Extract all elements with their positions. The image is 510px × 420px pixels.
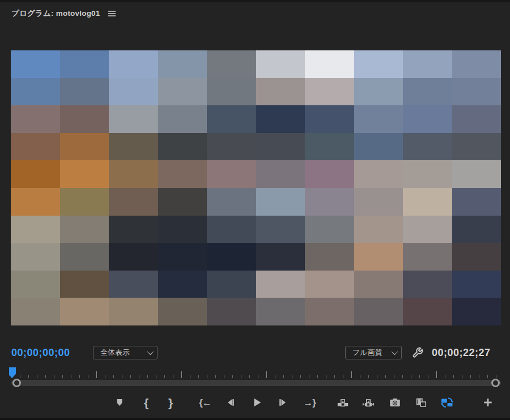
duration-timecode: 00;00;22;27: [432, 347, 491, 359]
mosaic-cell: [11, 188, 60, 216]
chevron-down-icon: [392, 349, 398, 355]
panel-top-edge: [0, 0, 510, 2]
mosaic-cell: [60, 78, 109, 106]
mosaic-cell: [354, 78, 403, 106]
playback-quality-dropdown[interactable]: フル画質: [345, 346, 402, 359]
mosaic-cell: [158, 298, 207, 325]
ruler-major-tick: [181, 371, 182, 378]
export-frame-button[interactable]: [386, 393, 404, 412]
mosaic-cell: [11, 216, 60, 243]
mosaic-cell: [109, 50, 158, 78]
step-back-button[interactable]: [222, 393, 240, 412]
mosaic-cell: [403, 105, 452, 133]
lift-button[interactable]: [334, 393, 352, 412]
panel-menu-icon[interactable]: [108, 11, 116, 16]
mosaic-cell: [256, 271, 305, 298]
play-icon: [250, 396, 263, 409]
mosaic-cell: [11, 271, 60, 298]
mosaic-cell: [305, 243, 354, 271]
mosaic-cell: [158, 188, 207, 216]
mosaic-cell: [256, 188, 305, 216]
mosaic-cell: [256, 243, 305, 271]
mosaic-cell: [354, 188, 403, 216]
comparison-view-button[interactable]: [412, 393, 430, 412]
panel-title: プログラム: motovlog01: [11, 8, 100, 19]
mosaic-cell: [60, 50, 109, 78]
mosaic-cell: [305, 298, 354, 325]
mosaic-cell: [256, 133, 305, 161]
zoom-level-dropdown[interactable]: 全体表示: [93, 346, 158, 359]
mosaic-cell: [11, 50, 60, 78]
mosaic-cell: [109, 105, 158, 133]
mosaic-cell: [305, 50, 354, 78]
mosaic-cell: [158, 105, 207, 133]
play-button[interactable]: [248, 393, 266, 412]
mosaic-cell: [256, 78, 305, 106]
ruler-major-tick: [351, 371, 352, 378]
mosaic-cell: [207, 216, 256, 243]
mosaic-cell: [403, 271, 452, 298]
mosaic-cell: [60, 216, 109, 243]
mosaic-cell: [305, 271, 354, 298]
mark-in-icon: {: [144, 397, 148, 409]
mosaic-cell: [403, 298, 452, 325]
mosaic-cell: [207, 160, 256, 188]
mosaic-cell: [354, 298, 403, 325]
mosaic-cell: [354, 271, 403, 298]
mosaic-cell: [452, 160, 502, 188]
mosaic-cell: [158, 216, 207, 243]
mosaic-cell: [207, 298, 256, 325]
scrollbar-right-handle[interactable]: [491, 379, 500, 387]
mosaic-cell: [452, 50, 502, 78]
mark-in-button[interactable]: {: [137, 393, 155, 412]
mark-out-button[interactable]: }: [162, 393, 180, 412]
mosaic-cell: [109, 298, 158, 325]
mosaic-cell: [109, 78, 158, 106]
plus-icon: [482, 397, 494, 408]
toggle-proxies-button[interactable]: [438, 393, 456, 412]
step-back-icon: [225, 397, 236, 408]
zoom-scrollbar[interactable]: [11, 380, 501, 386]
mosaic-cell: [60, 133, 109, 161]
mosaic-cell: [158, 243, 207, 271]
go-to-out-point-button[interactable]: →}: [300, 393, 318, 412]
mosaic-cell: [158, 271, 207, 298]
mosaic-cell: [256, 50, 305, 78]
mosaic-cell: [403, 188, 452, 216]
ruler-major-tick: [96, 371, 97, 378]
button-editor-button[interactable]: [479, 393, 497, 412]
mosaic-cell: [207, 188, 256, 216]
mosaic-cell: [207, 105, 256, 133]
mosaic-cell: [452, 298, 502, 325]
mosaic-cell: [305, 216, 354, 243]
zoom-level-value: 全体表示: [100, 348, 130, 358]
mosaic-cell: [207, 243, 256, 271]
mosaic-cell: [403, 50, 452, 78]
settings-button[interactable]: [410, 345, 425, 360]
mosaic-cell: [403, 78, 452, 106]
mosaic-cell: [305, 78, 354, 106]
mosaic-cell: [452, 78, 502, 106]
mosaic-cell: [354, 160, 403, 188]
step-forward-button[interactable]: [274, 393, 292, 412]
scrollbar-left-handle[interactable]: [12, 379, 21, 387]
ruler-major-tick: [436, 371, 437, 378]
program-monitor-panel: プログラム: motovlog01 00;00;00;00 全体表示 フル画質 …: [0, 0, 510, 420]
comparison-view-icon: [415, 396, 427, 409]
time-ruler[interactable]: [11, 368, 501, 378]
current-timecode[interactable]: 00;00;00;00: [11, 347, 70, 359]
mosaic-cell: [452, 188, 502, 216]
add-marker-button[interactable]: [110, 393, 129, 412]
mosaic-cell: [452, 105, 502, 133]
camera-icon: [389, 396, 401, 409]
mosaic-cell: [403, 216, 452, 243]
mark-out-icon: }: [168, 397, 173, 409]
mosaic-cell: [11, 133, 60, 161]
go-to-in-point-button[interactable]: {←: [196, 393, 214, 412]
mosaic-cell: [207, 78, 256, 106]
mosaic-cell: [256, 105, 305, 133]
extract-button[interactable]: [359, 393, 377, 412]
mosaic-cell: [354, 216, 403, 243]
mosaic-cell: [109, 216, 158, 243]
preview-mosaic[interactable]: [11, 50, 501, 325]
